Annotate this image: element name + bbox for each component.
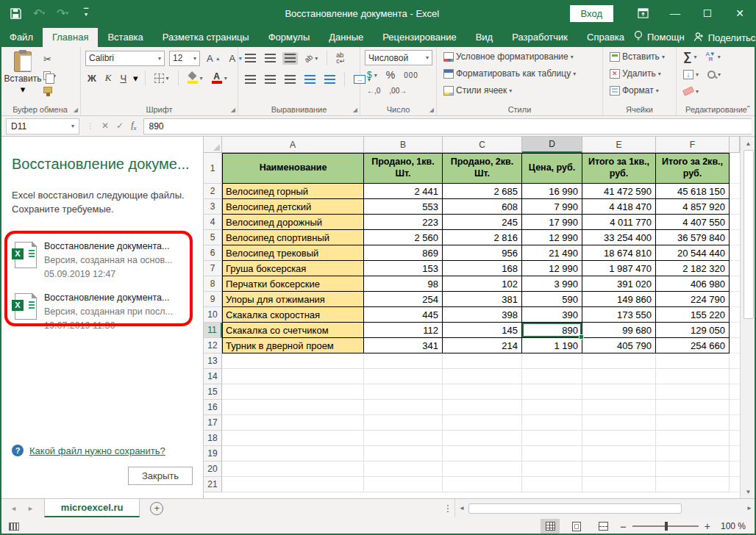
row-header-4[interactable]: 4	[204, 215, 222, 230]
assistant-tab[interactable]: Помощн	[634, 30, 693, 47]
column-header-partial[interactable]	[730, 137, 740, 153]
paste-button[interactable]: Вставить ▾	[4, 50, 41, 95]
align-right-button[interactable]	[282, 73, 298, 86]
increase-indent-button[interactable]	[322, 73, 338, 86]
row-header-3[interactable]: 3	[204, 199, 222, 215]
cell-A13[interactable]	[222, 353, 364, 369]
share-tab[interactable]: Поделиться	[693, 32, 756, 47]
cell-C6[interactable]: 956	[443, 245, 522, 261]
cell-E6[interactable]: 18 674 810	[582, 245, 656, 261]
cell-B9[interactable]: 254	[364, 292, 443, 307]
cell-C13[interactable]	[443, 353, 522, 369]
cell-A18[interactable]	[222, 431, 364, 446]
cell-C10[interactable]: 398	[443, 307, 522, 323]
tab-page-layout[interactable]: Разметка страницы	[153, 28, 259, 47]
row-header-8[interactable]: 8	[204, 276, 222, 292]
row-header-9[interactable]: 9	[204, 292, 222, 307]
cancel-entry-icon[interactable]: ✕	[101, 121, 109, 131]
table-header-cell[interactable]: Цена, руб.	[522, 153, 582, 184]
redo-icon[interactable]: ↷▾	[56, 7, 69, 20]
grid-filler[interactable]	[730, 462, 740, 477]
cell-F4[interactable]: 4 407 550	[656, 215, 730, 230]
cell-D12[interactable]: 1 190	[522, 338, 582, 353]
cell-F17[interactable]	[656, 415, 730, 431]
row-header-13[interactable]: 13	[204, 353, 222, 369]
grid-filler[interactable]	[730, 230, 740, 245]
cell-A2[interactable]: Велосипед горный	[222, 184, 364, 199]
cell-B3[interactable]: 553	[364, 199, 443, 215]
cell-E13[interactable]	[582, 353, 656, 369]
delete-cells-button[interactable]: Удалить▾	[607, 67, 663, 80]
row-header-7[interactable]: 7	[204, 261, 222, 276]
cell-B10[interactable]: 445	[364, 307, 443, 323]
cell-B18[interactable]	[364, 431, 443, 446]
grow-font-button[interactable]: А▲	[204, 51, 223, 65]
cell-A6[interactable]: Велосипед трековый	[222, 245, 364, 261]
cell-D21[interactable]	[522, 477, 582, 492]
cell-E11[interactable]: 99 680	[582, 323, 656, 338]
grid-filler[interactable]	[730, 446, 740, 462]
cell-E8[interactable]: 391 020	[582, 276, 656, 292]
undo-icon[interactable]: ↶▾	[32, 7, 46, 20]
scroll-left-icon[interactable]: ◄	[455, 505, 468, 511]
cell-E21[interactable]	[582, 477, 656, 492]
collapse-ribbon-icon[interactable]: ⌃	[746, 104, 752, 112]
orientation-button[interactable]: ab▾	[302, 53, 320, 64]
cell-C7[interactable]: 168	[443, 261, 522, 276]
conditional-formatting-button[interactable]: Условное форматирование▾	[441, 50, 576, 63]
vertical-scroll-thumb[interactable]	[743, 150, 754, 319]
increase-decimal-button[interactable]: ←,0	[365, 85, 382, 96]
align-top-button[interactable]	[243, 52, 258, 65]
cell-E17[interactable]	[582, 415, 656, 431]
zoom-out-icon[interactable]: −	[620, 520, 627, 533]
tab-view[interactable]: Вид	[466, 28, 503, 47]
cell-F13[interactable]	[656, 353, 730, 369]
table-header-cell[interactable]: Итого за 2кв., руб.	[656, 153, 730, 184]
row-header-2[interactable]: 2	[204, 184, 222, 199]
percent-style-button[interactable]: %	[384, 68, 397, 82]
underline-button[interactable]: Ч	[118, 71, 129, 85]
cell-F10[interactable]: 155 220	[656, 307, 730, 323]
tab-insert[interactable]: Вставка	[98, 28, 152, 47]
cell-E5[interactable]: 33 254 400	[582, 230, 656, 245]
cell-E9[interactable]: 149 860	[582, 292, 656, 307]
cell-D6[interactable]: 21 490	[522, 245, 582, 261]
borders-button[interactable]: ▾	[152, 72, 171, 85]
cell-A11[interactable]: Скакалка со счетчиком	[222, 323, 364, 338]
column-header-E[interactable]: E	[582, 137, 656, 153]
grid-filler[interactable]	[730, 353, 740, 369]
cell-F7[interactable]: 2 182 320	[656, 261, 730, 276]
tab-data[interactable]: Данные	[319, 28, 373, 47]
column-header-D[interactable]: D	[522, 137, 582, 153]
cell-B19[interactable]	[364, 446, 443, 462]
tab-splitter-handle[interactable]	[447, 499, 449, 517]
cell-C14[interactable]	[443, 369, 522, 384]
row-header-11[interactable]: 11	[204, 323, 222, 338]
cell-C2[interactable]: 2 685	[443, 184, 522, 199]
align-middle-button[interactable]	[263, 52, 278, 65]
cell-F11[interactable]: 129 050	[656, 323, 730, 338]
cell-F18[interactable]	[656, 431, 730, 446]
cell-B15[interactable]	[364, 384, 443, 400]
cell-F5[interactable]: 36 579 840	[656, 230, 730, 245]
cell-C5[interactable]: 2 816	[443, 230, 522, 245]
cell-C4[interactable]: 245	[443, 215, 522, 230]
sheet-prev-icon[interactable]: ◄	[10, 505, 17, 512]
macro-record-icon[interactable]	[9, 523, 19, 531]
close-button[interactable]: ✕	[724, 0, 756, 26]
row-header-14[interactable]: 14	[204, 369, 222, 384]
cell-E16[interactable]	[582, 400, 656, 415]
cell-C21[interactable]	[443, 477, 522, 492]
cell-A8[interactable]: Перчатки боксерские	[222, 276, 364, 292]
cell-C19[interactable]	[443, 446, 522, 462]
normal-view-button[interactable]	[541, 519, 560, 534]
table-header-cell[interactable]: Итого за 1кв., руб.	[582, 153, 656, 184]
row-header-17[interactable]: 17	[204, 415, 222, 431]
zoom-in-icon[interactable]: +	[705, 520, 710, 532]
decrease-indent-button[interactable]	[302, 73, 318, 86]
cell-B5[interactable]: 2 560	[364, 230, 443, 245]
cell-D14[interactable]	[522, 369, 582, 384]
cell-D17[interactable]	[522, 415, 582, 431]
row-header-19[interactable]: 19	[204, 446, 222, 462]
cell-D16[interactable]	[522, 400, 582, 415]
